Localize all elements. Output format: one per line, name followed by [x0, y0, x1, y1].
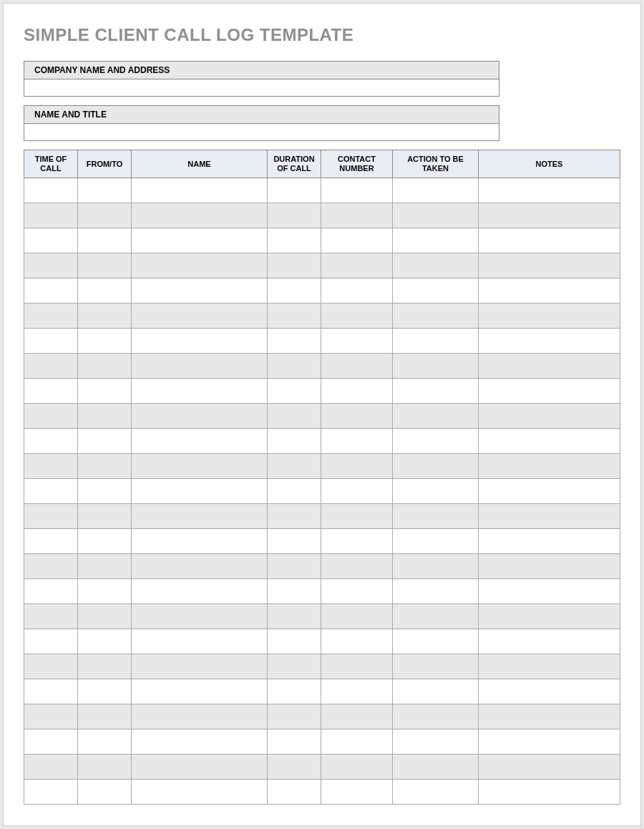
cell-notes[interactable]	[479, 479, 620, 504]
cell-action[interactable]	[393, 278, 479, 304]
cell-contact[interactable]	[321, 729, 393, 755]
cell-fromto[interactable]	[78, 178, 132, 203]
cell-contact[interactable]	[321, 780, 393, 805]
cell-name[interactable]	[132, 228, 268, 253]
cell-time[interactable]	[24, 178, 78, 203]
cell-notes[interactable]	[479, 554, 620, 579]
cell-duration[interactable]	[268, 729, 321, 755]
cell-action[interactable]	[393, 755, 479, 780]
cell-action[interactable]	[393, 203, 479, 228]
cell-fromto[interactable]	[78, 704, 132, 729]
cell-duration[interactable]	[268, 504, 321, 529]
cell-action[interactable]	[393, 429, 479, 454]
cell-contact[interactable]	[321, 504, 393, 529]
cell-fromto[interactable]	[78, 604, 132, 629]
cell-duration[interactable]	[268, 755, 321, 780]
cell-duration[interactable]	[268, 579, 321, 604]
cell-name[interactable]	[132, 354, 268, 379]
cell-fromto[interactable]	[78, 679, 132, 704]
cell-action[interactable]	[393, 529, 479, 554]
cell-notes[interactable]	[479, 329, 620, 354]
cell-contact[interactable]	[321, 354, 393, 379]
cell-name[interactable]	[132, 253, 268, 278]
cell-duration[interactable]	[268, 228, 321, 253]
cell-notes[interactable]	[479, 504, 620, 529]
cell-name[interactable]	[132, 203, 268, 228]
cell-notes[interactable]	[479, 253, 620, 278]
cell-fromto[interactable]	[78, 354, 132, 379]
cell-notes[interactable]	[479, 454, 620, 479]
cell-contact[interactable]	[321, 529, 393, 554]
cell-name[interactable]	[132, 404, 268, 429]
cell-contact[interactable]	[321, 429, 393, 454]
cell-fromto[interactable]	[78, 203, 132, 228]
cell-notes[interactable]	[479, 780, 620, 805]
cell-time[interactable]	[24, 304, 78, 329]
cell-name[interactable]	[132, 780, 268, 805]
cell-notes[interactable]	[479, 228, 620, 253]
cell-fromto[interactable]	[78, 755, 132, 780]
cell-duration[interactable]	[268, 454, 321, 479]
cell-name[interactable]	[132, 429, 268, 454]
cell-name[interactable]	[132, 529, 268, 554]
cell-contact[interactable]	[321, 604, 393, 629]
cell-duration[interactable]	[268, 253, 321, 278]
cell-fromto[interactable]	[78, 404, 132, 429]
cell-duration[interactable]	[268, 304, 321, 329]
cell-time[interactable]	[24, 629, 78, 654]
cell-time[interactable]	[24, 704, 78, 729]
cell-contact[interactable]	[321, 454, 393, 479]
cell-time[interactable]	[24, 679, 78, 704]
cell-duration[interactable]	[268, 479, 321, 504]
cell-action[interactable]	[393, 454, 479, 479]
cell-contact[interactable]	[321, 579, 393, 604]
cell-action[interactable]	[393, 479, 479, 504]
cell-name[interactable]	[132, 654, 268, 679]
cell-duration[interactable]	[268, 554, 321, 579]
cell-time[interactable]	[24, 203, 78, 228]
cell-notes[interactable]	[479, 729, 620, 755]
cell-name[interactable]	[132, 178, 268, 203]
cell-fromto[interactable]	[78, 579, 132, 604]
cell-notes[interactable]	[479, 354, 620, 379]
cell-contact[interactable]	[321, 228, 393, 253]
cell-name[interactable]	[132, 579, 268, 604]
cell-time[interactable]	[24, 729, 78, 755]
cell-name[interactable]	[132, 278, 268, 304]
cell-contact[interactable]	[321, 379, 393, 404]
cell-action[interactable]	[393, 604, 479, 629]
cell-contact[interactable]	[321, 755, 393, 780]
cell-duration[interactable]	[268, 629, 321, 654]
cell-time[interactable]	[24, 479, 78, 504]
cell-action[interactable]	[393, 629, 479, 654]
cell-duration[interactable]	[268, 379, 321, 404]
cell-action[interactable]	[393, 379, 479, 404]
cell-name[interactable]	[132, 504, 268, 529]
cell-action[interactable]	[393, 404, 479, 429]
cell-fromto[interactable]	[78, 304, 132, 329]
cell-contact[interactable]	[321, 329, 393, 354]
cell-notes[interactable]	[479, 654, 620, 679]
cell-time[interactable]	[24, 755, 78, 780]
cell-duration[interactable]	[268, 329, 321, 354]
cell-action[interactable]	[393, 554, 479, 579]
cell-fromto[interactable]	[78, 379, 132, 404]
cell-action[interactable]	[393, 253, 479, 278]
cell-notes[interactable]	[479, 629, 620, 654]
cell-contact[interactable]	[321, 479, 393, 504]
cell-fromto[interactable]	[78, 479, 132, 504]
cell-action[interactable]	[393, 178, 479, 203]
cell-action[interactable]	[393, 504, 479, 529]
cell-notes[interactable]	[479, 304, 620, 329]
cell-name[interactable]	[132, 329, 268, 354]
cell-time[interactable]	[24, 454, 78, 479]
cell-duration[interactable]	[268, 278, 321, 304]
cell-action[interactable]	[393, 704, 479, 729]
cell-fromto[interactable]	[78, 329, 132, 354]
cell-contact[interactable]	[321, 629, 393, 654]
cell-fromto[interactable]	[78, 504, 132, 529]
cell-contact[interactable]	[321, 304, 393, 329]
cell-contact[interactable]	[321, 203, 393, 228]
cell-contact[interactable]	[321, 404, 393, 429]
cell-notes[interactable]	[479, 404, 620, 429]
